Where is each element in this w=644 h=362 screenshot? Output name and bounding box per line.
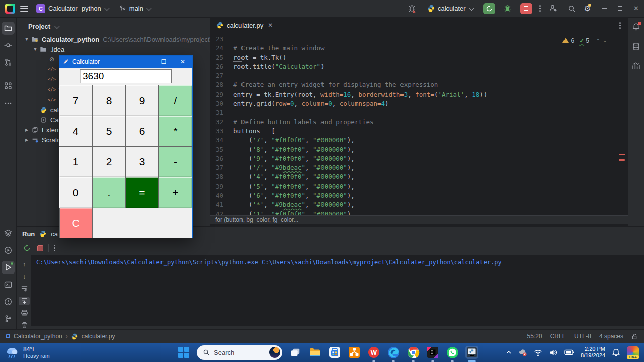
intellij-button[interactable] [426,346,439,359]
tree-chevron-icon[interactable]: ▼ [32,47,39,52]
calc-button-1[interactable]: 1 [59,146,93,177]
microsoft-store-button[interactable] [328,346,341,359]
error-stripe-mark[interactable] [619,159,625,161]
wifi-icon[interactable] [534,348,542,357]
debugger-disabled-icon[interactable] [406,3,417,14]
breadcrumb-project[interactable]: Calculator_python [14,333,62,340]
clear-console-trash-icon[interactable] [19,321,30,329]
tree-chevron-icon[interactable]: ▼ [23,37,30,42]
stop-icon[interactable] [37,245,43,251]
sidebar-item-run[interactable] [2,261,15,274]
calc-button-8[interactable]: 8 [92,85,126,116]
error-stripe-mark[interactable] [619,154,625,155]
breadcrumb-file[interactable]: calculater.py [82,333,115,340]
database-icon[interactable] [632,42,640,53]
file-explorer-button[interactable] [308,346,321,359]
tree-chevron-icon[interactable]: ▶ [23,128,30,132]
sidebar-item-pull-requests[interactable] [2,56,15,69]
chevron-down-icon[interactable] [54,23,60,28]
code-with-me-icon[interactable] [548,3,559,14]
calculator-window[interactable]: Calculator — ☐ ✕ 3630 789/456*123-0.=+ C [59,55,193,238]
volume-icon[interactable] [549,348,557,357]
line-separator[interactable]: CRLF [550,333,566,340]
calc-button-5[interactable]: 5 [92,116,126,147]
calc-button-6[interactable]: 6 [125,116,159,147]
run-configuration-selector[interactable]: calculater [424,3,476,14]
calc-button-9[interactable]: 9 [125,85,159,116]
battery-icon[interactable] [564,349,574,356]
pycharm-taskbar-button[interactable] [465,346,478,359]
chrome-button[interactable] [407,346,420,359]
console-path-link[interactable]: C:\Users\sachi\Downloads\myproject\Calcu… [262,259,502,266]
calc-button-0[interactable]: 0 [59,177,93,208]
tab-calculater-py[interactable]: calculater.py ✕ [210,18,278,33]
sidebar-item-version-control[interactable] [2,312,15,325]
sidebar-item-run-gutter[interactable] [2,244,15,257]
branch-widget[interactable]: main [116,3,153,14]
calc-button-=[interactable]: = [125,177,159,208]
tree-row[interactable]: ▼.idea [17,44,210,54]
tab-close-icon[interactable]: ✕ [268,22,273,29]
sidebar-item-structure[interactable] [2,79,15,93]
sidebar-item-terminal[interactable] [2,278,15,291]
taskbar-search-box[interactable]: Search [197,345,282,360]
calc-button-4[interactable]: 4 [59,116,93,147]
sticky-context-line[interactable]: for (button, bg_color, fg_color... [210,215,628,224]
print-icon[interactable] [19,309,30,317]
settings-gear-icon[interactable]: ⚙ [584,4,591,13]
wps-office-button[interactable]: W [367,346,380,359]
rerun-button[interactable] [483,3,495,14]
calc-minimize-button[interactable]: — [135,56,154,68]
tray-status-icon[interactable] [518,348,527,357]
notifications-bell-icon[interactable] [632,23,640,33]
notification-bell-icon[interactable] [612,348,620,357]
inspections-widget[interactable]: 6 ✓5 ⌃⌄ [562,36,610,45]
calculator-titlebar[interactable]: Calculator — ☐ ✕ [59,56,192,68]
search-everywhere-icon[interactable] [566,3,577,14]
sidebar-item-commit[interactable] [2,39,15,52]
calc-button-3[interactable]: 3 [125,146,159,177]
tray-chevron-icon[interactable] [506,349,512,355]
taskbar-weather-widget[interactable]: 84°F Heavy rain [0,345,50,359]
tray-clock[interactable]: 2:20 PM 8/19/2024 [581,346,605,359]
console-path-link[interactable]: C:\Users\sachi\Downloads\Calculater_pyth… [36,259,258,266]
calc-button--[interactable]: - [158,146,192,177]
calc-button-clear[interactable]: C [59,208,93,238]
calc-button-2[interactable]: 2 [92,146,126,177]
drawio-button[interactable] [348,346,361,359]
main-menu-icon[interactable] [20,6,28,12]
start-button[interactable] [177,346,190,359]
unlocked-icon[interactable] [631,333,638,340]
ai-assistant-chart-icon[interactable] [632,62,640,72]
calc-button-*[interactable]: * [158,116,192,147]
debug-button[interactable] [502,3,513,14]
prev-next-problem-icons[interactable]: ⌃⌄ [596,36,610,45]
tree-chevron-icon[interactable]: ▶ [23,138,30,142]
sidebar-item-project[interactable] [2,22,15,35]
jump-up-icon[interactable]: ↑ [19,260,30,268]
calc-button-.[interactable]: . [92,177,126,208]
task-view-button[interactable] [289,346,302,359]
calc-button-+[interactable]: + [158,177,192,208]
window-restore-button[interactable] [618,6,622,11]
calc-button-/[interactable]: / [158,85,192,116]
calculator-display[interactable]: 3630 [80,69,172,83]
sidebar-item-more[interactable] [2,97,15,110]
stop-button[interactable] [520,3,532,14]
tab-options-icon[interactable] [619,22,628,29]
code-editor[interactable]: 6 ✓5 ⌃⌄ 2324# Create the main window25ro… [210,33,628,215]
calc-maximize-button[interactable]: ☐ [154,56,173,68]
project-widget[interactable]: C Calculator_python [33,3,111,15]
scroll-to-end-icon[interactable] [19,297,30,305]
indent-style[interactable]: 4 spaces [599,333,623,340]
console-options-icon[interactable] [54,245,55,251]
window-close-button[interactable]: ✕ [633,5,639,12]
calc-button-7[interactable]: 7 [59,85,93,116]
whatsapp-button[interactable] [446,346,459,359]
free-app-tray-icon[interactable]: FREE [627,346,639,358]
jump-down-icon[interactable]: ↓ [19,272,30,281]
search-highlight-image[interactable] [269,347,280,358]
soft-wrap-icon[interactable] [19,284,30,293]
sidebar-item-problems[interactable] [2,295,15,308]
calc-close-button[interactable]: ✕ [173,56,192,68]
